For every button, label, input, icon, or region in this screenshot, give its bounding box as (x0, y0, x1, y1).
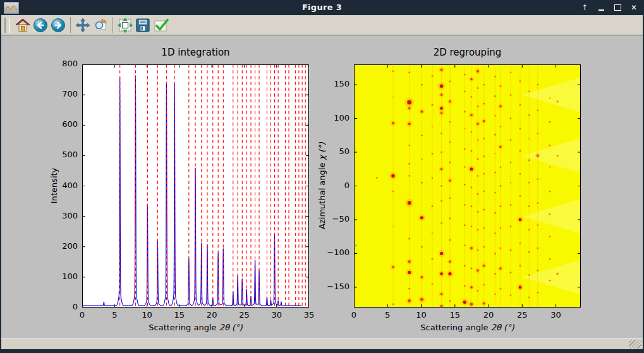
toolbar-grip[interactable] (4, 18, 10, 33)
checkmark-icon (152, 18, 169, 33)
x-tick-label: 20 (207, 310, 217, 320)
x-tick-label: 10 (142, 310, 152, 320)
back-button[interactable] (32, 16, 49, 34)
shade-icon[interactable]: ↑ (580, 3, 590, 13)
y-tick-label: 0 (43, 302, 78, 311)
back-icon (33, 18, 48, 33)
status-strip (1, 338, 643, 350)
subplots-icon (118, 18, 133, 33)
title-bar[interactable]: Figure 3 ↑ ✕ (0, 0, 644, 15)
window-border-bottom (0, 349, 644, 353)
y-tick-label: −150 (315, 282, 349, 291)
x-tick-label: 15 (174, 310, 185, 320)
x-tick-label: 10 (416, 310, 427, 320)
x-tick-label: 5 (385, 310, 390, 320)
maximize-icon[interactable] (612, 3, 623, 13)
y-tick-label: 600 (43, 119, 78, 129)
toolbar-separator (112, 17, 113, 33)
x-tick-label: 5 (112, 310, 117, 320)
x-tick-label: 35 (304, 310, 315, 320)
forward-button[interactable] (49, 16, 67, 34)
y-tick-label: −50 (315, 214, 349, 224)
y-tick-label: 100 (43, 272, 78, 281)
plot1-canvas[interactable] (82, 64, 309, 308)
x-tick-label: 0 (351, 310, 356, 320)
y-tick-label: −100 (315, 248, 349, 257)
minimize-icon[interactable] (596, 3, 606, 13)
accept-button[interactable] (152, 16, 169, 34)
plot2-canvas[interactable] (354, 64, 581, 308)
x-tick-label: 25 (239, 310, 250, 320)
zoom-icon (93, 18, 108, 33)
plot1-title: 1D integration (82, 47, 309, 58)
y-tick-label: 800 (43, 59, 78, 68)
x-tick-label: 0 (80, 310, 85, 320)
save-button[interactable] (134, 16, 152, 34)
y-tick-label: 100 (315, 113, 349, 123)
x-tick-label: 25 (517, 310, 528, 320)
plot-2d-regrouping[interactable]: 2D regrouping Scattering angle 2θ (°) Az… (354, 64, 581, 308)
x-tick-label: 30 (271, 310, 282, 320)
y-tick-label: 0 (315, 181, 349, 190)
toolbar-separator (70, 17, 71, 33)
pan-button[interactable] (74, 16, 92, 34)
y-tick-label: 400 (43, 181, 78, 190)
close-icon[interactable]: ✕ (629, 3, 639, 13)
pan-icon (75, 18, 90, 33)
y-tick-label: 500 (43, 150, 78, 159)
y-tick-label: 200 (43, 241, 78, 251)
home-icon (15, 18, 30, 33)
y-tick-label: 700 (43, 89, 78, 99)
plot2-xlabel: Scattering angle 2θ (°) (354, 323, 581, 332)
save-icon (135, 18, 150, 33)
figure-canvas[interactable]: 1D integration Scattering angle 2θ (°) I… (1, 35, 643, 338)
plot-1d-integration[interactable]: 1D integration Scattering angle 2θ (°) I… (82, 64, 309, 308)
window-controls: ↑ ✕ (580, 0, 639, 15)
window-border-left (0, 0, 1, 353)
y-tick-label: 50 (315, 147, 349, 156)
window-title: Figure 3 (0, 0, 644, 15)
plot2-title: 2D regrouping (354, 47, 581, 58)
zoom-button[interactable] (92, 16, 109, 34)
subplots-button[interactable] (116, 16, 134, 34)
x-tick-label: 15 (450, 310, 461, 320)
forward-icon (51, 18, 66, 33)
y-tick-label: 150 (315, 79, 349, 88)
y-tick-label: 300 (43, 211, 78, 220)
resize-grip[interactable] (629, 340, 641, 349)
matplotlib-toolbar (1, 15, 643, 35)
x-tick-label: 30 (550, 310, 561, 320)
figure-window: Figure 3 ↑ ✕ (0, 0, 644, 353)
home-button[interactable] (14, 16, 32, 34)
x-tick-label: 20 (483, 310, 494, 320)
plot1-xlabel: Scattering angle 2θ (°) (82, 323, 309, 332)
